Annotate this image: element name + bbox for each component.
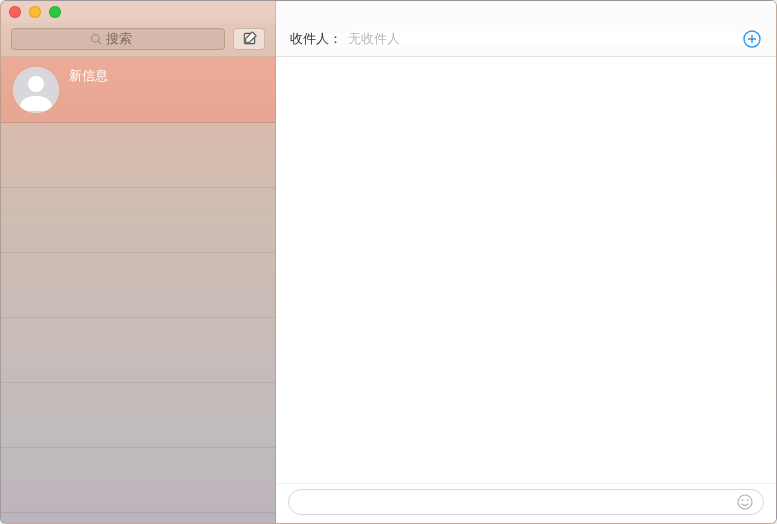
search-field[interactable] [11, 28, 225, 50]
svg-point-10 [747, 499, 749, 501]
chat-body [276, 57, 776, 483]
list-item [1, 253, 275, 318]
list-item [1, 383, 275, 448]
compose-icon [242, 31, 257, 46]
person-icon [13, 67, 59, 113]
search-input[interactable] [106, 31, 146, 46]
main-panel: 收件人： [276, 1, 776, 523]
recipient-label: 收件人： [290, 30, 342, 48]
conversation-title: 新信息 [69, 67, 108, 85]
conversation-item[interactable]: 新信息 [1, 57, 275, 123]
plus-circle-icon [743, 30, 761, 48]
avatar [13, 67, 59, 113]
svg-point-9 [742, 499, 744, 501]
svg-point-4 [28, 76, 44, 92]
titlebar [1, 1, 776, 23]
recipient-input[interactable] [348, 31, 742, 46]
svg-point-8 [738, 495, 752, 509]
messages-window: 新信息 收件人： [0, 0, 777, 524]
svg-point-0 [92, 34, 100, 42]
search-icon [90, 33, 102, 45]
svg-line-1 [98, 41, 101, 44]
input-bar [276, 483, 776, 523]
conversation-list: 新信息 [1, 57, 275, 523]
list-item [1, 188, 275, 253]
maximize-button[interactable] [49, 6, 61, 18]
window-body: 新信息 收件人： [1, 1, 776, 523]
list-item [1, 448, 275, 513]
list-item [1, 123, 275, 188]
message-field[interactable] [288, 489, 764, 515]
close-button[interactable] [9, 6, 21, 18]
add-recipient-button[interactable] [742, 29, 762, 49]
smiley-icon [737, 494, 753, 510]
list-item [1, 318, 275, 383]
compose-button[interactable] [233, 28, 265, 50]
minimize-button[interactable] [29, 6, 41, 18]
message-input[interactable] [301, 495, 735, 510]
sidebar: 新信息 [1, 1, 276, 523]
emoji-button[interactable] [735, 492, 755, 512]
